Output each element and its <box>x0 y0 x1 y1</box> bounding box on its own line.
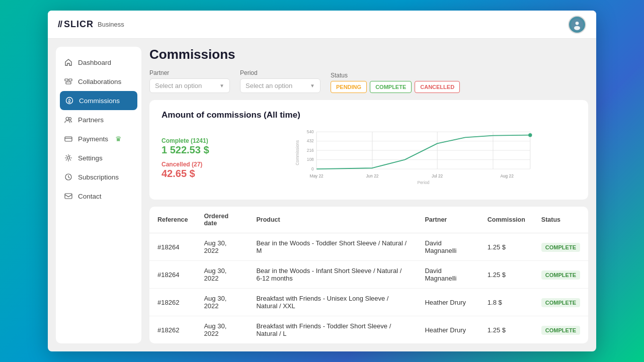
chart-svg-area: 540 432 216 108 0 Commissions <box>252 127 576 190</box>
cell-partner: Heather Drury <box>417 316 479 344</box>
cancelled-label: Cancelled (27) <box>162 161 237 168</box>
sidebar-item-partners[interactable]: Partners <box>56 110 141 129</box>
partner-filter-group: Partner Select an option ▼ <box>149 69 230 93</box>
status-filter-group: Status PENDING COMPLETE CANCELLED <box>331 72 460 93</box>
col-product: Product <box>248 207 417 233</box>
svg-rect-3 <box>65 79 68 81</box>
cell-status: COMPLETE <box>533 316 588 344</box>
sidebar-label-subscriptions: Subscriptions <box>78 173 119 181</box>
contact-icon <box>64 192 73 201</box>
period-dropdown-arrow: ▼ <box>310 83 315 88</box>
table-row: #18264 Aug 30, 2022 Bear in the Woods - … <box>149 261 588 289</box>
col-ordered-date: Ordered date <box>196 207 248 233</box>
chart-title: Amount of commissions (All time) <box>162 110 576 120</box>
status-badge: COMPLETE <box>541 326 580 335</box>
cell-ref: #18264 <box>149 261 196 289</box>
cancelled-value: 42.65 $ <box>162 168 237 179</box>
cell-commission: 1.25 $ <box>479 316 533 344</box>
period-select[interactable]: Select an option ▼ <box>240 78 320 93</box>
sidebar-label-collaborations: Collaborations <box>78 78 121 85</box>
complete-label: Complete (1241) <box>162 137 237 144</box>
cell-date: Aug 30, 2022 <box>196 316 248 344</box>
svg-text:432: 432 <box>307 138 314 143</box>
partner-placeholder: Select an option <box>155 82 202 89</box>
status-label: Status <box>331 72 460 79</box>
commissions-icon <box>65 96 74 105</box>
collaborations-icon <box>64 77 73 86</box>
sidebar-item-settings[interactable]: Settings <box>56 148 141 167</box>
svg-text:Jun 22: Jun 22 <box>366 173 378 178</box>
partners-icon <box>64 115 73 124</box>
logo-text: SLICR <box>64 19 94 30</box>
sidebar-item-contact[interactable]: Contact <box>56 187 141 206</box>
cell-commission: 1.8 $ <box>479 289 533 316</box>
app-window: // SLICR Business Dashboard <box>48 11 596 351</box>
sidebar-label-partners: Partners <box>78 116 104 124</box>
svg-text:216: 216 <box>307 148 314 153</box>
partner-select[interactable]: Select an option ▼ <box>149 78 230 93</box>
main-content: Commissions Partner Select an option ▼ P… <box>149 47 588 343</box>
svg-text:Jul 22: Jul 22 <box>432 173 443 178</box>
cell-status: COMPLETE <box>533 261 588 289</box>
logo-business: Business <box>98 21 124 28</box>
commissions-table: Reference Ordered date Product Partner C… <box>149 207 588 343</box>
svg-text:540: 540 <box>307 129 314 134</box>
logo-slashes: // <box>58 19 62 30</box>
cell-product: Bear in the Woods - Infant Short Sleeve … <box>248 261 417 289</box>
chart-card: Amount of commissions (All time) Complet… <box>149 100 588 200</box>
table-card: Reference Ordered date Product Partner C… <box>149 207 588 343</box>
sidebar-item-dashboard[interactable]: Dashboard <box>56 53 141 72</box>
settings-icon <box>64 153 73 162</box>
filters-bar: Partner Select an option ▼ Period Select… <box>149 69 588 93</box>
svg-rect-4 <box>69 79 72 81</box>
svg-text:0: 0 <box>311 166 314 171</box>
cell-date: Aug 30, 2022 <box>196 261 248 289</box>
table-row: #18262 Aug 30, 2022 Breakfast with Frien… <box>149 316 588 344</box>
cell-status: COMPLETE <box>533 233 588 261</box>
cell-partner: David Magnanelli <box>417 261 479 289</box>
period-filter-group: Period Select an option ▼ <box>240 69 320 93</box>
cell-product: Bear in the Woods - Toddler Short Sleeve… <box>248 233 417 261</box>
svg-point-6 <box>66 98 73 104</box>
col-reference: Reference <box>149 207 196 233</box>
line-chart-svg: 540 432 216 108 0 Commissions <box>252 127 576 188</box>
chart-stats: Complete (1241) 1 522.53 $ Cancelled (27… <box>162 137 237 179</box>
sidebar-item-subscriptions[interactable]: Subscriptions <box>56 167 141 187</box>
status-badge: COMPLETE <box>541 298 580 307</box>
page-title: Commissions <box>149 47 588 62</box>
sidebar-item-collaborations[interactable]: Collaborations <box>56 72 141 91</box>
sidebar-label-settings: Settings <box>78 154 103 162</box>
col-status: Status <box>533 207 588 233</box>
sidebar-label-contact: Contact <box>78 193 102 200</box>
cell-status: COMPLETE <box>533 289 588 316</box>
status-cancelled-button[interactable]: CANCELLED <box>415 81 460 93</box>
svg-point-28 <box>528 133 532 137</box>
sidebar-item-payments[interactable]: Payments ♛ <box>56 129 141 148</box>
svg-text:108: 108 <box>307 157 314 162</box>
cell-partner: David Magnanelli <box>417 233 479 261</box>
table-header-row: Reference Ordered date Product Partner C… <box>149 207 588 233</box>
subscriptions-icon <box>64 172 73 182</box>
svg-point-1 <box>576 22 579 25</box>
avatar[interactable] <box>568 16 586 34</box>
sidebar-label-commissions: Commissions <box>79 97 120 105</box>
col-partner: Partner <box>417 207 479 233</box>
cell-ref: #18262 <box>149 316 196 344</box>
svg-text:Aug 22: Aug 22 <box>500 173 514 178</box>
crown-icon: ♛ <box>115 135 122 143</box>
complete-value: 1 522.53 $ <box>162 144 237 156</box>
col-commission: Commission <box>479 207 533 233</box>
status-pending-button[interactable]: PENDING <box>331 81 367 93</box>
svg-text:Period: Period <box>417 180 429 185</box>
status-badge: COMPLETE <box>541 270 580 280</box>
partner-dropdown-arrow: ▼ <box>219 83 224 88</box>
cell-commission: 1.25 $ <box>479 261 533 289</box>
sidebar-label-dashboard: Dashboard <box>78 59 111 66</box>
chart-inner: Complete (1241) 1 522.53 $ Cancelled (27… <box>162 127 576 190</box>
status-complete-button[interactable]: COMPLETE <box>370 81 412 93</box>
period-label: Period <box>240 69 320 76</box>
sidebar-item-commissions[interactable]: Commissions <box>60 91 137 110</box>
logo: // SLICR Business <box>58 19 124 30</box>
svg-text:Commissions: Commissions <box>295 140 300 165</box>
svg-text:May 22: May 22 <box>310 173 324 178</box>
